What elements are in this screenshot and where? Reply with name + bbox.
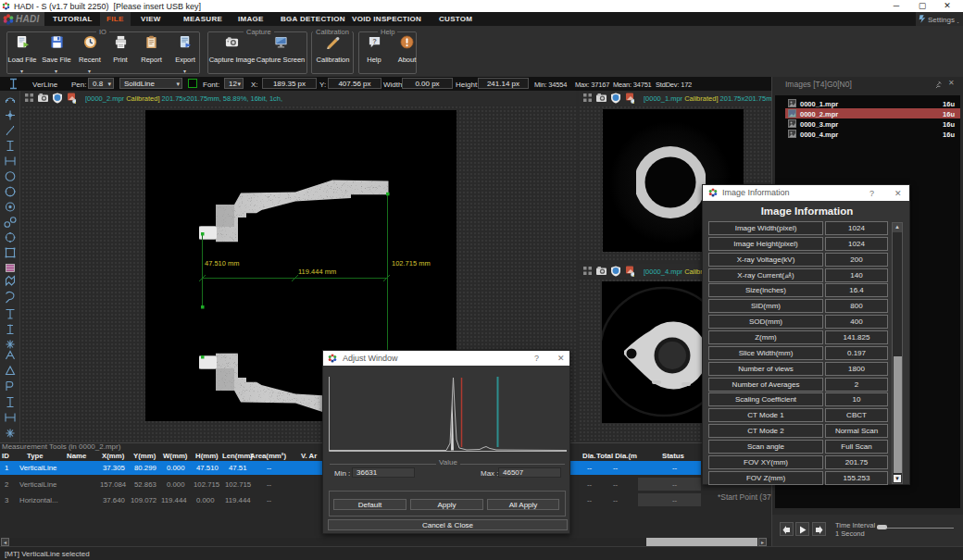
svg-text:102.715 mm: 102.715 mm <box>392 259 431 268</box>
svg-text:119.444 mm: 119.444 mm <box>298 268 336 276</box>
svg-text:47.510 mm: 47.510 mm <box>205 259 240 268</box>
svg-text:?: ? <box>372 37 377 45</box>
